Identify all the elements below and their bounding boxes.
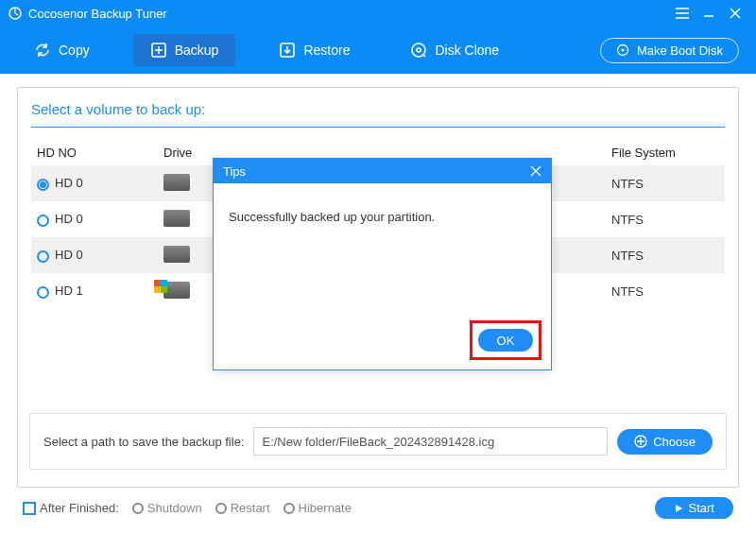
after-finished-checkbox[interactable]: After Finished: — [23, 501, 119, 516]
fs-label: NTFS — [611, 213, 725, 227]
hd-label: HD 0 — [55, 176, 83, 190]
shutdown-option[interactable]: Shutdown — [132, 501, 202, 515]
disk-clone-label: Disk Clone — [435, 43, 499, 58]
plus-circle-icon — [634, 435, 647, 448]
backup-label: Backup — [175, 43, 219, 58]
start-label: Start — [689, 501, 714, 515]
hd-label: HD 0 — [55, 212, 83, 226]
app-title: Cocosenor Backup Tuner — [28, 7, 167, 21]
disk-icon — [410, 42, 427, 59]
backup-button[interactable]: Backup — [133, 34, 236, 66]
drive-thumb-icon — [163, 246, 190, 263]
radio-icon[interactable] — [37, 215, 49, 227]
ok-label: OK — [497, 334, 515, 348]
restore-button[interactable]: Restore — [262, 34, 367, 66]
choose-button[interactable]: Choose — [617, 429, 713, 455]
choose-label: Choose — [653, 435, 696, 449]
minimize-button[interactable] — [696, 0, 722, 26]
radio-icon[interactable] — [37, 286, 49, 299]
disk-clone-button[interactable]: Disk Clone — [393, 34, 516, 66]
start-button[interactable]: Start — [655, 497, 733, 519]
copy-label: Copy — [59, 43, 90, 58]
dialog-title: Tips — [223, 164, 246, 179]
after-finished-label: After Finished: — [40, 501, 119, 515]
hd-label: HD 1 — [55, 284, 83, 298]
col-hdno: HD NO — [31, 146, 163, 160]
restore-label: Restore — [303, 43, 350, 58]
close-button[interactable] — [722, 0, 748, 26]
path-input[interactable] — [253, 427, 608, 456]
make-boot-disk-button[interactable]: Make Boot Disk — [600, 38, 739, 63]
dialog-message: Successfully backed up your partition. — [214, 183, 551, 250]
fs-label: NTFS — [611, 177, 725, 191]
col-fs: File System — [611, 146, 725, 160]
restart-label: Restart — [231, 501, 270, 515]
path-label: Select a path to save the backup file: — [43, 435, 244, 449]
boot-disk-icon — [616, 43, 629, 57]
hibernate-option[interactable]: Hibernate — [284, 501, 352, 515]
hibernate-label: Hibernate — [299, 501, 352, 515]
panel-heading: Select a volume to back up: — [31, 101, 725, 117]
tips-dialog: Tips Successfully backed up your partiti… — [213, 158, 552, 370]
dialog-titlebar: Tips — [214, 159, 551, 183]
svg-point-6 — [621, 49, 624, 52]
menu-button[interactable] — [669, 0, 696, 26]
drive-thumb-icon — [163, 174, 190, 191]
drive-thumb-icon — [163, 282, 190, 299]
app-logo-icon — [8, 6, 23, 21]
restart-option[interactable]: Restart — [215, 501, 270, 515]
svg-point-4 — [417, 48, 421, 52]
refresh-icon — [34, 42, 51, 59]
main-toolbar: Copy Backup Restore Disk Clone Make Boot… — [0, 26, 756, 74]
shutdown-label: Shutdown — [147, 501, 202, 515]
dialog-ok-highlight: OK — [470, 320, 541, 360]
plus-box-icon — [150, 42, 167, 59]
titlebar: Cocosenor Backup Tuner — [0, 0, 756, 26]
ok-button[interactable]: OK — [478, 329, 533, 352]
path-bar: Select a path to save the backup file: C… — [29, 413, 727, 470]
hd-label: HD 0 — [55, 248, 83, 262]
play-icon — [674, 504, 683, 513]
radio-icon[interactable] — [37, 179, 49, 191]
footer: After Finished: Shutdown Restart Hiberna… — [0, 488, 756, 519]
boot-disk-label: Make Boot Disk — [637, 43, 723, 58]
radio-icon[interactable] — [37, 250, 49, 263]
fs-label: NTFS — [611, 249, 725, 263]
copy-button[interactable]: Copy — [17, 34, 107, 66]
drive-thumb-icon — [163, 210, 190, 227]
fs-label: NTFS — [611, 284, 725, 299]
restore-icon — [279, 42, 296, 59]
dialog-close-icon[interactable] — [530, 165, 541, 177]
